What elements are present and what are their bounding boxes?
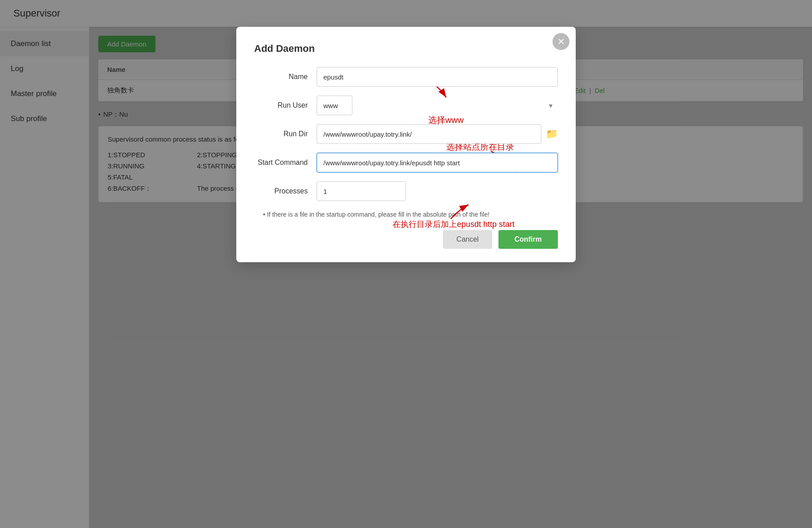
note-text: If there is a file in the startup comman… <box>263 211 490 218</box>
annotation-add-command: 在执行目录后加上epusdt http start <box>393 219 515 230</box>
input-start-command[interactable] <box>317 153 558 172</box>
form-group-start-command: Start Command <box>254 153 558 172</box>
modal-close-button[interactable]: ✕ <box>552 33 569 50</box>
form-group-processes: Processes <box>254 181 558 201</box>
modal-footer: Cancel Confirm <box>254 230 558 249</box>
label-processes: Processes <box>254 187 317 195</box>
form-group-run-user: Run User www root nobody <box>254 96 558 115</box>
label-start-command: Start Command <box>254 159 317 167</box>
form-group-run-dir: Run Dir 📁 <box>254 124 558 144</box>
input-processes[interactable] <box>317 181 406 201</box>
label-name: Name <box>254 73 317 81</box>
input-run-dir[interactable] <box>317 124 541 144</box>
confirm-button[interactable]: Confirm <box>498 230 558 249</box>
input-name[interactable] <box>317 67 558 87</box>
select-wrapper-run-user: www root nobody <box>317 96 558 115</box>
modal-overlay: ✕ Add Daemon 填写一个名称 Name 选择www <box>0 0 812 528</box>
select-run-user[interactable]: www root nobody <box>317 96 352 115</box>
label-run-dir: Run Dir <box>254 130 317 138</box>
cancel-button[interactable]: Cancel <box>443 230 492 249</box>
close-icon: ✕ <box>557 36 565 47</box>
label-run-user: Run User <box>254 101 317 109</box>
folder-browse-button[interactable]: 📁 <box>546 128 558 140</box>
modal-title: Add Daemon <box>254 43 558 54</box>
modal-note: If there is a file in the startup comman… <box>254 210 558 219</box>
folder-icon: 📁 <box>546 128 558 139</box>
form-group-name: Name <box>254 67 558 87</box>
modal: ✕ Add Daemon 填写一个名称 Name 选择www <box>236 27 576 262</box>
